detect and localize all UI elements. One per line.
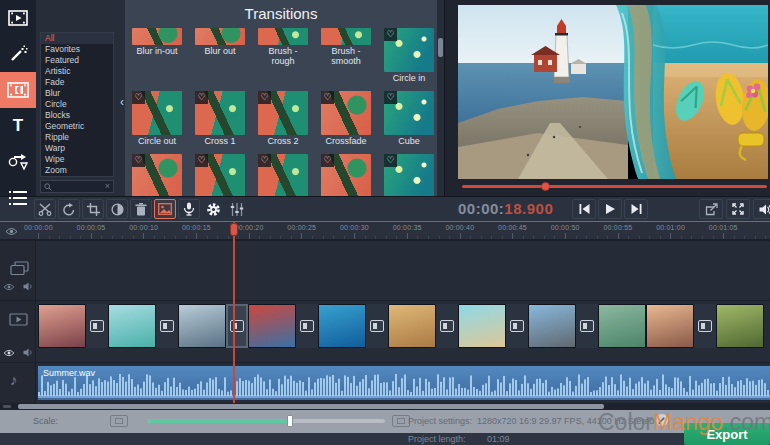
- category-item[interactable]: Wipe: [41, 154, 113, 165]
- sidebar-item-filters[interactable]: [0, 36, 36, 72]
- playhead-marker[interactable]: [230, 223, 238, 236]
- transition-item[interactable]: ♡ Circle out: [132, 91, 182, 154]
- transition-item[interactable]: ♡ Diffuse 1: [132, 154, 182, 196]
- transition-thumbnail[interactable]: ♡: [321, 154, 371, 196]
- transition-thumbnail[interactable]: ♡: [384, 28, 434, 72]
- timeline-clip[interactable]: [716, 304, 764, 348]
- favorite-heart-icon[interactable]: ♡: [321, 154, 334, 167]
- transition-item[interactable]: ♡ Cube: [384, 91, 434, 154]
- transition-item[interactable]: ♡ Cross 1: [195, 91, 245, 154]
- next-frame-button[interactable]: [624, 199, 648, 219]
- timeline-clip[interactable]: [646, 304, 694, 348]
- transition-thumbnail[interactable]: ♡: [132, 91, 182, 135]
- transition-item[interactable]: ♡ Cross 2: [258, 91, 308, 154]
- timeline-clip[interactable]: [506, 304, 528, 348]
- transition-thumbnail[interactable]: ♡: [258, 154, 308, 196]
- settings-button[interactable]: [202, 199, 224, 219]
- timeline-clip[interactable]: [248, 304, 296, 348]
- transition-item[interactable]: ♡ Blur out: [195, 28, 245, 91]
- transition-chip-icon[interactable]: [370, 320, 384, 332]
- video-mute-icon[interactable]: [23, 348, 33, 357]
- playhead[interactable]: [233, 222, 235, 403]
- record-audio-button[interactable]: [178, 199, 200, 219]
- transition-thumbnail[interactable]: ♡: [258, 28, 308, 45]
- transitions-scrollbar[interactable]: [437, 0, 444, 196]
- scale-slider[interactable]: [148, 419, 385, 423]
- transition-item[interactable]: ♡ Disintegrate: [258, 154, 308, 196]
- transition-item[interactable]: ♡ Flash: [384, 154, 434, 196]
- category-item[interactable]: Featured: [41, 55, 113, 66]
- transition-chip-icon[interactable]: [440, 320, 454, 332]
- clear-search-icon[interactable]: ×: [105, 182, 110, 191]
- transition-chip-icon[interactable]: [698, 320, 712, 332]
- transition-chip-icon[interactable]: [580, 320, 594, 332]
- favorite-heart-icon[interactable]: ♡: [132, 154, 145, 167]
- previous-frame-button[interactable]: [572, 199, 596, 219]
- sidebar-item-transitions[interactable]: [0, 72, 36, 108]
- timeline-clip[interactable]: [694, 304, 716, 348]
- video-eye-icon[interactable]: [3, 349, 15, 357]
- favorite-heart-icon[interactable]: ♡: [132, 91, 145, 104]
- favorite-heart-icon[interactable]: ♡: [258, 154, 271, 167]
- play-button[interactable]: [598, 199, 622, 219]
- favorite-heart-icon[interactable]: ♡: [384, 91, 397, 104]
- transition-thumbnail[interactable]: ♡: [321, 28, 371, 45]
- transition-chip-icon[interactable]: [300, 320, 314, 332]
- category-item[interactable]: Circle: [41, 99, 113, 110]
- overlay-track[interactable]: [0, 240, 770, 300]
- transition-thumbnail[interactable]: ♡: [258, 91, 308, 135]
- color-adjust-button[interactable]: [106, 199, 128, 219]
- transition-thumbnail[interactable]: ♡: [195, 28, 245, 45]
- category-item[interactable]: Artistic: [41, 66, 113, 77]
- timeline-clip[interactable]: [296, 304, 318, 348]
- sidebar-item-titles[interactable]: T: [0, 108, 36, 144]
- sidebar-item-stickers[interactable]: [0, 144, 36, 180]
- zoom-out-button[interactable]: [110, 415, 128, 427]
- audio-clip[interactable]: Summer.wav: [38, 366, 770, 400]
- transition-thumbnail[interactable]: ♡: [321, 91, 371, 135]
- timeline-clip[interactable]: [388, 304, 436, 348]
- transition-chip-icon[interactable]: [90, 320, 104, 332]
- volume-button[interactable]: [753, 199, 770, 219]
- favorite-heart-icon[interactable]: ♡: [384, 28, 397, 41]
- category-item[interactable]: Blur: [41, 88, 113, 99]
- sidebar-item-media[interactable]: [0, 0, 36, 36]
- timeline-clip[interactable]: [318, 304, 366, 348]
- delete-button[interactable]: [130, 199, 152, 219]
- category-item[interactable]: Favorites: [41, 44, 113, 55]
- timeline-clip[interactable]: [108, 304, 156, 348]
- timeline-clip[interactable]: [38, 304, 86, 348]
- preview-video-frame[interactable]: [458, 5, 768, 179]
- transition-thumbnail[interactable]: ♡: [132, 154, 182, 196]
- transition-thumbnail[interactable]: ♡: [384, 154, 434, 196]
- seekbar-handle[interactable]: [541, 182, 550, 191]
- timeline-clip[interactable]: [178, 304, 226, 348]
- export-button[interactable]: Export: [684, 423, 770, 445]
- rotate-button[interactable]: [58, 199, 80, 219]
- category-item[interactable]: Geometric: [41, 121, 113, 132]
- transition-thumbnail[interactable]: ♡: [195, 154, 245, 196]
- timeline-clip[interactable]: [156, 304, 178, 348]
- timeline-clip[interactable]: [598, 304, 646, 348]
- category-item[interactable]: Zoom: [41, 165, 113, 176]
- category-item[interactable]: Blocks: [41, 110, 113, 121]
- category-item[interactable]: Warp: [41, 143, 113, 154]
- favorite-heart-icon[interactable]: ♡: [321, 91, 334, 104]
- category-item[interactable]: Fade: [41, 77, 113, 88]
- transition-item[interactable]: ♡ Fade to: [321, 154, 371, 196]
- timeline-ruler[interactable]: 00:00:0000:00:0500:00:1000:00:1500:00:20…: [0, 222, 770, 240]
- scrollbar-thumb[interactable]: [438, 38, 443, 57]
- hscrollbar-thumb[interactable]: [18, 404, 604, 409]
- preview-seekbar[interactable]: [462, 185, 767, 188]
- overlay-mute-icon[interactable]: [23, 282, 33, 291]
- timeline-clip[interactable]: [528, 304, 576, 348]
- category-item[interactable]: All: [41, 33, 113, 44]
- transition-item[interactable]: ♡ Brush - smooth: [321, 28, 371, 91]
- timeline-clip[interactable]: [458, 304, 506, 348]
- collapse-panel-icon[interactable]: ‹: [120, 96, 124, 108]
- transition-item[interactable]: ♡ Crossfade: [321, 91, 371, 154]
- edit-project-settings-button[interactable]: [655, 413, 669, 427]
- share-button[interactable]: [699, 199, 723, 219]
- timeline-clip[interactable]: [366, 304, 388, 348]
- timeline-clip[interactable]: [436, 304, 458, 348]
